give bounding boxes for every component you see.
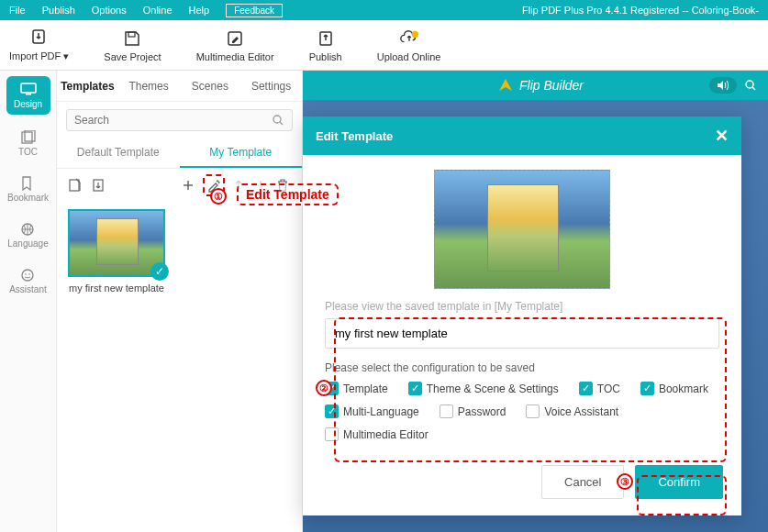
toc-icon: [20, 130, 37, 145]
annotation-3-box: [637, 475, 727, 515]
annotation-3: ③: [617, 473, 633, 490]
cancel-button[interactable]: Cancel: [541, 465, 624, 499]
brand-text: Flip Builder: [519, 78, 584, 93]
design-icon: [20, 83, 37, 97]
tab-settings[interactable]: Settings: [240, 72, 302, 100]
modal-thumbnail: [434, 170, 610, 289]
menu-options[interactable]: Options: [92, 5, 127, 16]
import-label: Import PDF ▾: [9, 50, 69, 62]
svg-rect-6: [26, 94, 31, 95]
import-pdf-button[interactable]: Import PDF ▾: [9, 28, 69, 62]
svg-point-16: [746, 81, 753, 88]
import-template-icon[interactable]: [68, 178, 83, 193]
publish-icon: [316, 28, 336, 49]
svg-point-11: [25, 273, 27, 275]
multimedia-editor-button[interactable]: Multimedia Editor: [196, 28, 274, 62]
search-box[interactable]: [66, 109, 293, 131]
modal-header: Edit Template ✕: [303, 116, 741, 155]
svg-point-13: [273, 116, 281, 123]
assistant-label: Assistant: [9, 284, 47, 294]
subtab-default[interactable]: Default Template: [57, 139, 180, 168]
bookmark-label: Bookmark: [7, 193, 49, 203]
menu-file[interactable]: File: [9, 5, 26, 16]
thumbnail-label: my first new template: [68, 283, 165, 294]
modal-title: Edit Template: [316, 129, 393, 143]
window-title: Flip PDF Plus Pro 4.4.1 Registered -- Co…: [522, 5, 759, 16]
save-project-button[interactable]: Save Project: [104, 28, 161, 62]
publish-button[interactable]: Publish: [309, 28, 342, 62]
annotation-1-label: Edit Template: [237, 183, 339, 205]
export-template-icon[interactable]: [92, 178, 106, 193]
search-icon: [272, 114, 284, 127]
sidebar-item-design[interactable]: Design: [6, 76, 50, 115]
upload-icon: [399, 28, 419, 49]
tab-themes[interactable]: Themes: [118, 72, 180, 100]
menu-publish[interactable]: Publish: [42, 5, 75, 16]
save-label: Save Project: [104, 51, 161, 62]
design-label: Design: [14, 99, 42, 109]
template-thumbnail[interactable]: ✓: [68, 209, 165, 277]
edit-icon: [225, 28, 245, 49]
language-label: Language: [7, 238, 49, 249]
sound-icon[interactable]: [709, 77, 737, 94]
left-sidebar: Design TOC Bookmark Language Assistant: [0, 71, 57, 532]
sidebar-item-bookmark[interactable]: Bookmark: [0, 166, 56, 212]
menu-online[interactable]: Online: [143, 5, 173, 16]
language-icon: [20, 222, 37, 237]
sidebar-item-assistant[interactable]: Assistant: [0, 258, 56, 304]
add-template-icon[interactable]: [181, 178, 195, 193]
design-panel: Templates Themes Scenes Settings Default…: [57, 71, 303, 532]
annotation-2-box: [334, 317, 727, 462]
menu-help[interactable]: Help: [189, 5, 210, 16]
brand-logo: Flip Builder: [497, 77, 584, 94]
thumbnail-image: [70, 211, 163, 275]
import-icon: [29, 28, 50, 48]
upload-online-button[interactable]: Upload Online: [377, 28, 441, 62]
annotation-1: ①: [210, 188, 227, 205]
search-input[interactable]: [74, 114, 272, 127]
annotation-2: ②: [316, 380, 332, 396]
svg-rect-5: [21, 83, 36, 93]
publish-label: Publish: [309, 51, 342, 62]
selected-check-icon: ✓: [150, 262, 169, 281]
toolbar: Import PDF ▾ Save Project Multimedia Edi…: [0, 20, 768, 71]
save-icon: [122, 28, 142, 49]
close-icon[interactable]: ✕: [715, 126, 729, 146]
svg-point-10: [22, 270, 33, 281]
tab-templates[interactable]: Templates: [57, 72, 118, 100]
assistant-icon: [20, 268, 37, 283]
feedback-button[interactable]: Feedback: [226, 4, 283, 17]
bookmark-icon: [20, 176, 37, 191]
modal-hint: Please view the saved template in [My Te…: [325, 300, 719, 313]
upload-label: Upload Online: [377, 51, 441, 62]
tab-scenes[interactable]: Scenes: [180, 72, 241, 100]
svg-rect-14: [70, 180, 79, 191]
sidebar-item-toc[interactable]: TOC: [0, 120, 56, 166]
panel-tabs: Templates Themes Scenes Settings: [57, 71, 302, 102]
svg-point-12: [28, 273, 30, 275]
subtab-mytemplate[interactable]: My Template: [180, 139, 303, 168]
svg-point-4: [411, 30, 417, 37]
template-subtabs: Default Template My Template: [57, 139, 302, 169]
multimedia-label: Multimedia Editor: [196, 51, 274, 62]
search-preview-icon[interactable]: [744, 79, 757, 92]
preview-header: Flip Builder: [303, 71, 768, 100]
menubar: File Publish Options Online Help Feedbac…: [0, 0, 768, 20]
sidebar-item-language[interactable]: Language: [0, 212, 56, 258]
toc-label: TOC: [18, 147, 38, 157]
